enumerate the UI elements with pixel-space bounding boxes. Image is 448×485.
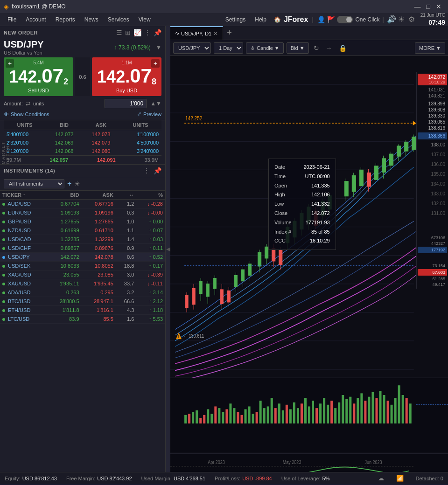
buy-plus-button[interactable]: + <box>151 59 160 68</box>
col-ticker[interactable]: TICKER ↑ <box>0 191 47 200</box>
more-button[interactable]: MORE ▼ <box>415 42 445 54</box>
show-conditions-row: 👁 Show Conditions ⤢ Preview <box>4 111 161 117</box>
amount-spinner[interactable]: ▲▼ <box>150 100 161 107</box>
lock-button[interactable]: 🔒 <box>337 43 349 53</box>
svg-rect-47 <box>307 207 310 223</box>
menu-reports[interactable]: Reports <box>51 14 80 25</box>
instrument-change: ↑ 0.03 <box>136 235 165 244</box>
scroll-right-button[interactable]: → <box>324 43 334 53</box>
instrument-name[interactable]: NZD/USD <box>8 228 31 233</box>
list-item[interactable]: USD/CHF 0.89867 0.89876 0.9 ↑ 0.11 <box>0 244 165 253</box>
main-layout: NEW ORDER ☰ ⊞ 📈 ⋮ 📌 USD/JPY US Dollar vs… <box>0 26 448 472</box>
price-label-5: 139.330 <box>418 113 447 118</box>
chart-type-button[interactable]: 🕯 Candle ▼ <box>246 42 284 54</box>
menu-file[interactable]: File <box>3 14 21 25</box>
close-button[interactable]: ✕ <box>433 2 444 11</box>
svg-rect-21 <box>213 278 216 289</box>
timeframe-select[interactable]: 1 Day <box>214 42 243 54</box>
instruments-settings-button[interactable]: ☀ <box>74 180 80 187</box>
menu-help[interactable]: Help <box>250 14 271 25</box>
refresh-button[interactable]: ↻ <box>312 43 321 53</box>
buy-button[interactable]: + 1.1M 142.078 Buy USD <box>92 57 161 96</box>
col-spread[interactable]: ↔ <box>116 191 136 200</box>
list-item[interactable]: XAG/USD 23.055 23.085 3.0 ↓ -0.39 <box>0 270 165 279</box>
instrument-name[interactable]: ADA/USD <box>7 290 30 295</box>
list-item[interactable]: LTC/USD 83.9 85.5 1.6 ↑ 5.53 <box>0 315 165 324</box>
instrument-name[interactable]: XAG/USD <box>8 272 31 277</box>
list-icon[interactable]: ☰ <box>116 29 122 36</box>
list-item[interactable]: EUR/USD 1.09193 1.09196 0.3 ↓ -0.00 <box>0 208 165 217</box>
menu-account[interactable]: Account <box>21 14 50 25</box>
instruments-add-button[interactable]: + <box>67 180 71 188</box>
col-change[interactable]: % <box>136 191 165 200</box>
svg-rect-23 <box>220 290 223 304</box>
amount-swap-icon[interactable]: ⇄ <box>26 100 30 107</box>
grid-icon[interactable]: ⊞ <box>125 29 131 36</box>
col-bid[interactable]: BID <box>47 191 81 200</box>
menu-news[interactable]: News <box>80 14 103 25</box>
preview-button[interactable]: ⤢ Preview <box>137 111 161 117</box>
instrument-name[interactable]: USD/JPY <box>8 254 29 260</box>
list-item[interactable]: USD/CAD 1.32285 1.32299 1.4 ↑ 0.03 <box>0 235 165 244</box>
svg-rect-69 <box>397 146 401 156</box>
chart-tab-label: USD/JPY, D1 <box>181 31 211 36</box>
tab-close-button[interactable]: ✕ <box>213 30 218 37</box>
free-margin-item: Free Margin: USD 82'443.92 <box>66 476 132 481</box>
tab-add-button[interactable]: + <box>223 28 236 38</box>
panel-collapse-handle[interactable]: ◀ <box>166 26 170 472</box>
instrument-name[interactable]: ETH/USD <box>8 307 30 313</box>
instrument-name[interactable]: USD/SEK <box>8 263 30 269</box>
show-conditions-button[interactable]: 👁 Show Conditions <box>4 111 49 117</box>
pin-icon[interactable]: 📌 <box>154 29 161 36</box>
instruments-more-icon[interactable]: ⋮ <box>143 167 150 174</box>
maximize-button[interactable]: □ <box>424 2 433 11</box>
instrument-name[interactable]: XAU/USD <box>8 281 31 286</box>
sun-icon[interactable]: ☀ <box>398 15 405 24</box>
instrument-name[interactable]: USD/CAD <box>8 236 31 242</box>
instrument-spread: 4.3 <box>116 306 136 315</box>
menu-services[interactable]: Services <box>103 14 134 25</box>
instrument-spread: 1.1 <box>116 226 136 235</box>
menu-view[interactable]: View <box>134 14 155 25</box>
list-item[interactable]: GBP/USD 1.27655 1.27665 1.0 ↑ 0.00 <box>0 217 165 226</box>
list-item[interactable]: USD/SEK 10.8033 10.8052 18.8 ↑ 0.17 <box>0 262 165 270</box>
col-ask[interactable]: ASK <box>82 191 116 200</box>
chart-tab[interactable]: ∿ USD/JPY, D1 ✕ <box>170 26 223 40</box>
list-item[interactable]: USD/JPY 142.072 142.078 0.6 ↑ 0.52 <box>0 253 165 262</box>
user-icon: 👤 <box>317 16 325 23</box>
instrument-name[interactable]: AUD/USD <box>7 201 31 207</box>
chart-icon[interactable]: 📈 <box>133 29 141 36</box>
gear-icon[interactable]: ⚙ <box>408 15 415 24</box>
speaker-icon[interactable]: 🔊 <box>387 15 396 24</box>
more-icon[interactable]: ⋮ <box>144 29 151 36</box>
price-label-134: 134.00 <box>418 181 447 187</box>
list-item[interactable]: ADA/USD 0.263 0.295 3.2 ↑ 3.14 <box>0 288 165 297</box>
depth-units-right: 1'100'000 <box>119 130 161 139</box>
instrument-name[interactable]: EUR/USD <box>8 210 31 215</box>
instruments-filter-select[interactable]: All Instruments <box>4 179 64 188</box>
menu-settings[interactable]: Settings <box>221 14 250 25</box>
svg-rect-98 <box>241 415 243 423</box>
sell-plus-button[interactable]: + <box>6 59 14 68</box>
symbol-select[interactable]: USD/JPY <box>173 42 211 54</box>
instrument-dot <box>2 221 5 223</box>
profit-loss-value: USD -899.84 <box>242 476 272 481</box>
instruments-pin-icon[interactable]: 📌 <box>154 167 161 174</box>
list-item[interactable]: NZD/USD 0.61699 0.61710 1.1 ↑ 0.07 <box>0 226 165 235</box>
minimize-button[interactable]: — <box>412 2 424 11</box>
one-click-toggle[interactable]: One Click <box>337 16 380 23</box>
list-item[interactable]: BTC/USD 28'880.5 28'947.1 66.6 ↑ 2.12 <box>0 297 165 306</box>
instrument-name[interactable]: BTC/USD <box>8 298 30 304</box>
sell-button[interactable]: + 5.4M 142.072 Sell USD <box>4 57 73 96</box>
pair-chevron[interactable]: ▼ <box>156 44 161 51</box>
instrument-name[interactable]: LTC/USD <box>8 316 29 322</box>
price-type-button[interactable]: Bid ▼ <box>287 42 309 54</box>
instrument-ask: 0.61710 <box>82 226 116 235</box>
list-item[interactable]: XAU/USD 1'935.11 1'935.45 33.7 ↓ -0.11 <box>0 279 165 288</box>
amount-input[interactable] <box>105 99 147 108</box>
list-item[interactable]: ETH/USD 1'811.8 1'816.1 4.3 ↑ 1.18 <box>0 306 165 315</box>
instrument-name[interactable]: GBP/USD <box>8 219 31 224</box>
instrument-name[interactable]: USD/CHF <box>8 245 31 251</box>
list-item[interactable]: AUD/USD 0.67704 0.67716 1.2 ↓ -0.28 <box>0 200 165 208</box>
instrument-ask: 23.085 <box>82 270 116 279</box>
